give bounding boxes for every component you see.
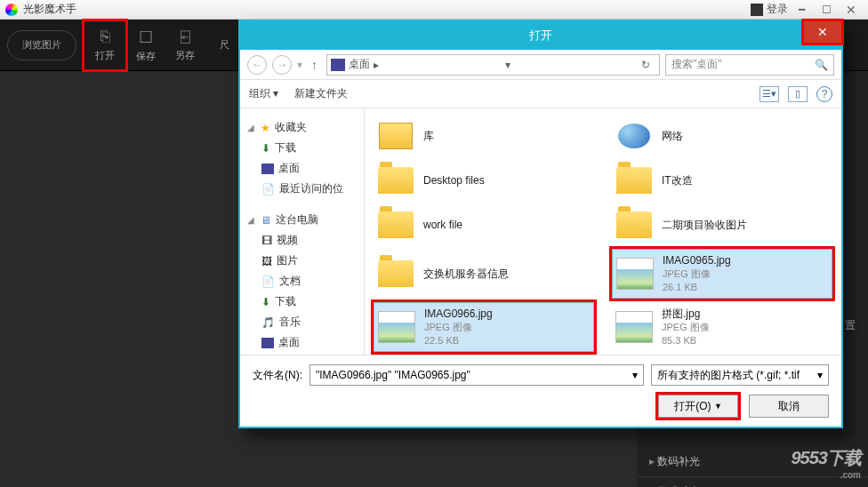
minimize-button[interactable]: ━: [790, 2, 813, 18]
desktop-icon: [331, 59, 345, 71]
nav-forward-button[interactable]: →: [272, 55, 292, 75]
nav-up-button[interactable]: ↑: [308, 58, 321, 72]
save-as-button[interactable]: ⍇ 另存: [165, 22, 205, 68]
open-label: 打开: [95, 49, 115, 62]
dialog-cancel-button[interactable]: 取消: [749, 395, 829, 418]
filename-input[interactable]: "IMAG0966.jpg" "IMAG0965.jpg" ▾: [309, 364, 644, 386]
avatar-icon: [751, 4, 763, 16]
nav-history-dropdown[interactable]: ▾: [297, 59, 302, 71]
chevron-down-icon[interactable]: ▾: [817, 369, 823, 381]
save-label: 保存: [136, 50, 156, 63]
folder-icon: [378, 212, 414, 238]
dialog-nav: ← → ▾ ↑ 桌面 ▸ ▾ ↻ 搜索"桌面" 🔍: [240, 50, 841, 80]
tree-desktop2[interactable]: 桌面: [245, 332, 358, 353]
tree-recent[interactable]: 📄最近访问的位: [245, 179, 358, 199]
watermark: 9553下载 .com: [792, 446, 862, 480]
tree-documents[interactable]: 📄文档: [245, 271, 358, 291]
tree-pictures[interactable]: 🖼图片: [245, 251, 358, 271]
file-open-dialog: 打开 ✕ ← → ▾ ↑ 桌面 ▸ ▾ ↻ 搜索"桌面" 🔍 组织 ▾ 新建文件…: [238, 20, 843, 428]
tree-videos[interactable]: 🎞视频: [245, 230, 358, 251]
view-mode-button[interactable]: ☰▾: [760, 86, 779, 102]
filename-value: "IMAG0966.jpg" "IMAG0965.jpg": [316, 369, 470, 381]
path-refresh[interactable]: ↻: [636, 59, 655, 71]
chevron-down-icon[interactable]: ▾: [632, 369, 638, 381]
dialog-titlebar: 打开 ✕: [240, 21, 841, 50]
help-icon[interactable]: ?: [816, 86, 832, 102]
file-type-filter[interactable]: 所有支持的图片格式 (*.gif; *.tif ▾: [651, 364, 829, 386]
save-as-label: 另存: [175, 49, 195, 62]
app-logo-icon: [5, 4, 18, 16]
tree-downloads[interactable]: ⬇下载: [245, 138, 358, 158]
item-imag0965[interactable]: IMAG0965.jpg JPEG 图像 26.1 KB: [612, 249, 832, 299]
dialog-open-button[interactable]: 打开(O) ▼: [658, 395, 738, 418]
app-close-button[interactable]: ✕: [840, 2, 863, 18]
folder-icon: [616, 212, 652, 238]
save-button[interactable]: ☐ 保存: [126, 22, 165, 68]
tree-favorites[interactable]: ◢★收藏夹: [245, 117, 358, 138]
save-as-icon: ⍇: [181, 28, 190, 46]
save-icon: ☐: [139, 28, 153, 47]
folder-icon: [378, 167, 414, 194]
item-switch-info[interactable]: 交换机服务器信息: [374, 249, 594, 299]
library-icon: [379, 123, 413, 149]
network-icon: [618, 124, 650, 148]
nav-back-button[interactable]: ←: [247, 55, 267, 75]
filter-label: 所有支持的图片格式 (*.gif; *.tif: [657, 368, 800, 383]
ruler-label: 尺: [220, 38, 229, 52]
image-thumb-icon: [378, 311, 415, 343]
item-it[interactable]: IT改造: [612, 160, 832, 201]
item-pintu[interactable]: 拼图.jpg JPEG 图像 85.3 KB: [612, 302, 832, 352]
path-dropdown[interactable]: ▾: [500, 59, 516, 71]
preview-pane-button[interactable]: ▯: [788, 86, 808, 102]
organize-menu[interactable]: 组织 ▾: [249, 86, 278, 101]
dialog-close-button[interactable]: ✕: [804, 21, 841, 43]
app-titlebar: 光影魔术手 登录 ━ ☐ ✕: [0, 0, 868, 20]
item-desktop-files[interactable]: Desktop files: [374, 160, 594, 201]
search-icon: 🔍: [815, 59, 828, 71]
filename-label: 文件名(N):: [253, 368, 302, 383]
new-folder-button[interactable]: 新建文件夹: [294, 86, 348, 101]
image-thumb-icon: [615, 311, 653, 343]
folder-tree: ◢★收藏夹 ⬇下载 桌面 📄最近访问的位 ◢🖥这台电脑 🎞视频 🖼图片 📄文档 …: [240, 108, 365, 355]
item-phase2[interactable]: 二期项目验收图片: [612, 204, 832, 245]
folder-icon: [616, 167, 652, 194]
file-list: 库 网络 Desktop files IT改造 work file: [365, 108, 841, 355]
tree-music[interactable]: 🎵音乐: [245, 312, 358, 332]
item-imag0966[interactable]: IMAG0966.jpg JPEG 图像 22.5 KB: [374, 302, 594, 352]
open-icon: ⎘: [100, 28, 110, 46]
login-button[interactable]: 登录: [751, 2, 788, 17]
tree-desktop[interactable]: 桌面: [245, 158, 358, 179]
path-segment: 桌面: [349, 57, 370, 72]
image-thumb-icon: [616, 258, 654, 290]
app-title: 光影魔术手: [23, 2, 76, 17]
browse-images-button[interactable]: 浏览图片: [7, 30, 76, 60]
search-placeholder: 搜索"桌面": [671, 57, 722, 72]
folder-icon: [378, 260, 414, 287]
login-label: 登录: [767, 2, 788, 17]
tree-this-pc[interactable]: ◢🖥这台电脑: [245, 210, 358, 230]
dialog-toolbar: 组织 ▾ 新建文件夹 ☰▾ ▯ ?: [240, 80, 841, 108]
tree-downloads2[interactable]: ⬇下载: [245, 291, 358, 312]
dialog-bottom: 文件名(N): "IMAG0966.jpg" "IMAG0965.jpg" ▾ …: [240, 355, 841, 427]
path-bar[interactable]: 桌面 ▸ ▾ ↻: [326, 54, 660, 76]
search-input[interactable]: 搜索"桌面" 🔍: [665, 54, 834, 76]
browse-label: 浏览图片: [22, 38, 61, 52]
item-work-file[interactable]: work file: [374, 204, 594, 245]
maximize-button[interactable]: ☐: [815, 2, 838, 18]
dialog-title: 打开: [529, 28, 552, 44]
chevron-right-icon: ▸: [374, 59, 379, 71]
item-library[interactable]: 库: [374, 116, 594, 156]
open-button[interactable]: ⎘ 打开: [84, 20, 126, 70]
item-network[interactable]: 网络: [612, 116, 832, 156]
